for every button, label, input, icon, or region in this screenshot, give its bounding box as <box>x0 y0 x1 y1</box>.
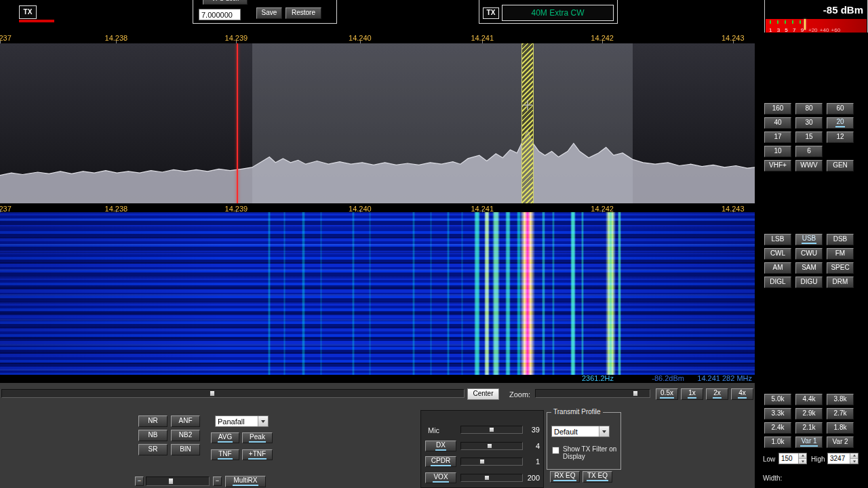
band-button-6[interactable]: 6 <box>795 146 823 157</box>
band-button-80[interactable]: 80 <box>795 103 823 115</box>
vfo-lock-button[interactable]: VFO Lock <box>203 0 248 5</box>
band-button-gen[interactable]: GEN <box>827 160 854 171</box>
spin-down-icon[interactable] <box>850 459 858 464</box>
mic-slider-handle[interactable] <box>489 427 494 432</box>
restore-button[interactable]: Restore <box>285 7 321 19</box>
filter-button-4.4k[interactable]: 4.4k <box>795 394 823 405</box>
filter-button-3.3k[interactable]: 3.3k <box>764 408 791 420</box>
mode-button-am[interactable]: AM <box>764 262 791 274</box>
pan-slider-handle[interactable] <box>210 390 215 396</box>
band-button-15[interactable]: 15 <box>795 131 823 143</box>
aux-stepper-left[interactable]: − <box>135 476 144 486</box>
filter-passband-overlay[interactable] <box>252 43 633 203</box>
mic-slider[interactable] <box>460 426 523 434</box>
center-button[interactable]: Center <box>467 388 499 400</box>
peak-button[interactable]: Peak <box>242 432 273 443</box>
transmit-profile-dropdown[interactable]: Default <box>551 426 610 437</box>
dsp-button-nb[interactable]: NB <box>138 430 167 441</box>
spinner-arrows[interactable] <box>850 453 858 464</box>
band-button-30[interactable]: 30 <box>795 117 823 129</box>
mode-button-usb[interactable]: USB <box>795 234 823 245</box>
filter-button-5.0k[interactable]: 5.0k <box>764 394 791 405</box>
filter-button-1.0k[interactable]: 1.0k <box>764 436 791 448</box>
rx-eq-button[interactable]: RX EQ <box>550 471 580 483</box>
band-button-160[interactable]: 160 <box>764 103 791 115</box>
zoom-slider[interactable] <box>535 389 650 398</box>
chevron-down-icon[interactable] <box>258 416 268 426</box>
filter-high-spinner[interactable]: 3247 <box>827 453 859 464</box>
aux-slider-handle[interactable] <box>168 478 174 485</box>
save-button[interactable]: Save <box>256 7 282 19</box>
vox-button[interactable]: VOX <box>425 472 456 483</box>
filter-button-1.8k[interactable]: 1.8k <box>827 422 854 434</box>
vfob-tx-indicator[interactable]: TX <box>483 7 499 19</box>
vfoa-tx-indicator[interactable]: TX <box>19 5 37 19</box>
cpdr-slider[interactable] <box>460 458 523 466</box>
pan-slider[interactable] <box>1 389 465 398</box>
filter-button-var-2[interactable]: Var 2 <box>827 436 854 448</box>
mode-button-sam[interactable]: SAM <box>795 262 823 274</box>
tx-filter-marker[interactable] <box>521 43 534 203</box>
dx-button[interactable]: DX <box>425 441 456 451</box>
mode-button-digu[interactable]: DIGU <box>795 277 823 288</box>
cpdr-slider-handle[interactable] <box>479 459 485 464</box>
filter-low-spinner[interactable]: 150 <box>778 453 807 464</box>
spinner-arrows[interactable] <box>798 453 806 464</box>
mode-button-label: DRM <box>832 279 849 286</box>
tx-eq-button[interactable]: TX EQ <box>583 471 612 483</box>
mode-button-lsb[interactable]: LSB <box>764 234 791 245</box>
panadapter-spectrum[interactable] <box>0 43 755 203</box>
tnf-button[interactable]: TNF <box>211 449 239 460</box>
band-button-17[interactable]: 17 <box>764 131 791 143</box>
dsp-button-anf[interactable]: ANF <box>171 415 200 427</box>
zoom-button-0.5x[interactable]: 0.5x <box>656 388 678 400</box>
spin-up-icon[interactable] <box>799 453 806 459</box>
band-button-wwv[interactable]: WWV <box>795 160 823 171</box>
zoom-slider-handle[interactable] <box>633 390 638 396</box>
band-button-20[interactable]: 20 <box>827 117 854 129</box>
filter-button-2.7k[interactable]: 2.7k <box>827 408 854 420</box>
vox-slider-handle[interactable] <box>484 475 490 481</box>
chevron-down-icon[interactable] <box>599 426 609 436</box>
mode-button-fm[interactable]: FM <box>827 248 854 260</box>
dsp-button-nb2[interactable]: NB2 <box>171 430 200 441</box>
aux-stepper-right[interactable]: − <box>213 476 222 486</box>
filter-button-var-1[interactable]: Var 1 <box>795 436 823 448</box>
spin-up-icon[interactable] <box>850 453 858 459</box>
band-button-40[interactable]: 40 <box>764 117 791 129</box>
band-button-vhf+[interactable]: VHF+ <box>764 160 791 171</box>
dsp-button-bin[interactable]: BIN <box>171 444 200 455</box>
waterfall-display[interactable] <box>0 212 755 375</box>
dsp-button-nr[interactable]: NR <box>138 415 167 427</box>
dx-slider[interactable] <box>460 442 523 450</box>
zoom-button-2x[interactable]: 2x <box>706 388 728 400</box>
dx-slider-handle[interactable] <box>487 443 492 449</box>
filter-button-2.4k[interactable]: 2.4k <box>764 422 791 434</box>
mode-button-drm[interactable]: DRM <box>827 277 854 288</box>
band-button-10[interactable]: 10 <box>764 146 791 157</box>
filter-button-2.1k[interactable]: 2.1k <box>795 422 823 434</box>
mode-button-cwu[interactable]: CWU <box>795 248 823 260</box>
dsp-button-sr[interactable]: SR <box>138 444 167 455</box>
zoom-button-1x[interactable]: 1x <box>681 388 703 400</box>
cpdr-button[interactable]: CPDR <box>425 456 456 467</box>
band-button-12[interactable]: 12 <box>827 131 854 143</box>
vox-slider[interactable] <box>460 474 523 482</box>
spin-down-icon[interactable] <box>799 459 806 464</box>
mode-button-spec[interactable]: SPEC <box>827 262 854 274</box>
plus-tnf-button[interactable]: +TNF <box>242 449 273 460</box>
show-tx-filter-checkbox[interactable] <box>552 447 559 454</box>
frequency-entry[interactable]: 7.000000 <box>199 9 241 20</box>
zoom-button-4x[interactable]: 4x <box>731 388 753 400</box>
mode-button-dsb[interactable]: DSB <box>827 234 854 245</box>
mode-button-cwl[interactable]: CWL <box>764 248 791 260</box>
mode-button-digl[interactable]: DIGL <box>764 277 791 288</box>
multirx-button[interactable]: MultiRX <box>225 476 266 487</box>
band-button-60[interactable]: 60 <box>827 103 854 115</box>
avg-button[interactable]: AVG <box>211 432 239 443</box>
filter-button-2.9k[interactable]: 2.9k <box>795 408 823 420</box>
mode-button-label: USB <box>802 235 817 244</box>
display-mode-dropdown[interactable]: Panafall <box>215 415 269 427</box>
filter-button-3.8k[interactable]: 3.8k <box>827 394 854 405</box>
aux-slider[interactable] <box>146 476 210 486</box>
